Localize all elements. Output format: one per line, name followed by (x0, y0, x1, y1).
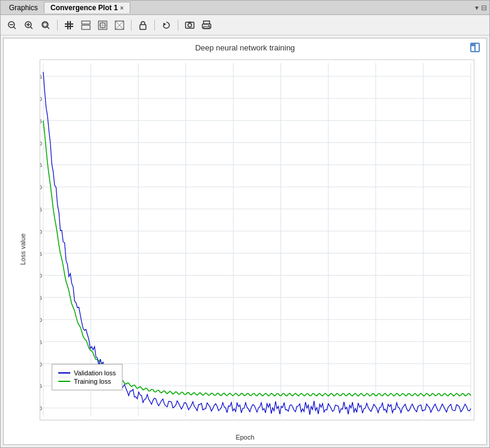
lock-button[interactable] (136, 19, 150, 32)
svg-text:0.170: 0.170 (40, 229, 42, 235)
print-button[interactable] (200, 19, 213, 32)
svg-text:0.205: 0.205 (40, 74, 42, 80)
sep2 (131, 20, 132, 31)
select-button[interactable] (79, 19, 92, 32)
sep1 (57, 20, 58, 31)
tab-label: Convergence Plot 1 (50, 4, 118, 12)
validation-loss-line-legend (58, 372, 70, 374)
toolbar (1, 15, 489, 35)
plot-area: Deep neural network training Loss value … (3, 38, 487, 445)
svg-text:0.180: 0.180 (40, 184, 42, 190)
svg-rect-34 (476, 44, 479, 51)
svg-rect-33 (471, 46, 474, 51)
validation-loss-label: Validation loss (74, 369, 116, 377)
sep4 (178, 20, 178, 31)
plot-options-icon[interactable] (470, 42, 480, 53)
y-axis-label: Loss value (19, 233, 26, 265)
svg-rect-14 (82, 21, 90, 24)
svg-line-4 (31, 26, 33, 29)
svg-text:0.135: 0.135 (40, 383, 42, 389)
training-loss-label: Training loss (74, 378, 111, 385)
training-loss-line-legend (58, 381, 70, 382)
dropdown-icon[interactable]: ▾ (475, 4, 479, 12)
data-cursor-button[interactable] (96, 19, 109, 32)
zoom-box-button[interactable] (39, 19, 52, 32)
svg-text:0.130: 0.130 (40, 405, 42, 411)
zoom-in-button[interactable] (22, 19, 35, 32)
svg-point-26 (188, 23, 192, 27)
svg-text:0.195: 0.195 (40, 118, 42, 124)
svg-text:0.150: 0.150 (40, 317, 42, 323)
zoom-out-button[interactable] (5, 19, 19, 32)
tab-close-button[interactable]: × (120, 5, 124, 11)
legend: Validation loss Training loss (52, 364, 122, 390)
main-window: Graphics Convergence Plot 1 × ▾ ⊟ (0, 0, 490, 448)
svg-text:0.145: 0.145 (40, 339, 42, 345)
graphics-tab[interactable]: Graphics (3, 2, 44, 13)
pan-button[interactable] (62, 19, 76, 32)
plot-title: Deep neural network training (4, 38, 486, 53)
svg-text:0.140: 0.140 (40, 362, 42, 368)
svg-rect-23 (140, 25, 146, 29)
svg-text:0.160: 0.160 (40, 273, 42, 279)
svg-text:0.200: 0.200 (40, 96, 42, 102)
legend-item-validation: Validation loss (58, 369, 116, 377)
svg-text:0.155: 0.155 (40, 295, 42, 301)
legend-item-training: Training loss (58, 378, 116, 385)
sep3 (154, 20, 155, 31)
svg-rect-15 (82, 25, 90, 29)
svg-rect-13 (70, 21, 71, 29)
x-axis-label: Epoch (235, 434, 254, 441)
screenshot-button[interactable] (183, 19, 196, 32)
svg-text:0.190: 0.190 (40, 141, 42, 147)
svg-rect-10 (65, 23, 73, 25)
reset-button[interactable] (160, 19, 173, 32)
svg-rect-27 (188, 22, 192, 23)
svg-rect-31 (208, 25, 210, 26)
convergence-plot-tab[interactable]: Convergence Plot 1 × (44, 2, 130, 13)
svg-marker-24 (163, 23, 166, 26)
tab-bar-right: ▾ ⊟ (475, 4, 487, 12)
rotate-button[interactable] (113, 19, 126, 32)
svg-line-8 (47, 26, 50, 29)
svg-text:0.185: 0.185 (40, 162, 42, 168)
svg-line-1 (14, 26, 16, 29)
svg-text:0.175: 0.175 (40, 207, 42, 213)
tab-bar: Graphics Convergence Plot 1 × ▾ ⊟ (1, 1, 489, 15)
pin-icon[interactable]: ⊟ (481, 4, 487, 12)
svg-rect-11 (65, 26, 73, 27)
svg-rect-9 (43, 23, 47, 26)
svg-rect-12 (67, 21, 68, 29)
svg-text:0.165: 0.165 (40, 251, 42, 257)
